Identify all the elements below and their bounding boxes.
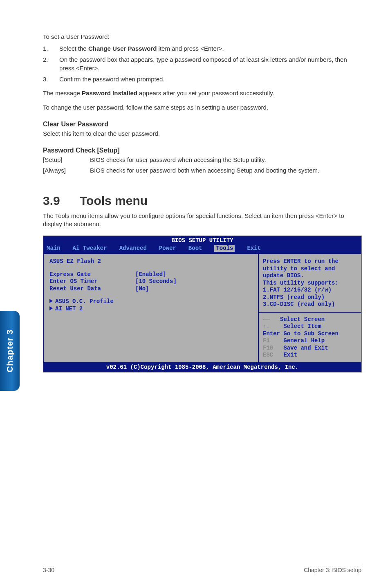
set-password-intro: To set a User Password: (43, 33, 361, 41)
bios-body: ASUS EZ Flash 2 Express Gate [Enabled] E… (43, 254, 361, 363)
list-item: 3. Confirm the password when prompted. (43, 75, 361, 83)
bios-key-hint: ↑↓ Select Item (263, 323, 357, 330)
definition-term: [Always] (43, 166, 90, 175)
definition-desc: BIOS checks for user password both when … (90, 166, 361, 175)
bios-tab-ai-tweaker[interactable]: Ai Tweaker (73, 245, 107, 252)
set-password-steps: 1. Select the Change User Password item … (43, 44, 361, 83)
bios-tab-boot[interactable]: Boot (188, 245, 202, 252)
page-footer: 3-30 Chapter 3: BIOS setup (43, 564, 361, 573)
bios-item-label: Express Gate (49, 271, 135, 278)
bios-item-value: [10 Seconds] (135, 278, 177, 285)
list-text: On the password box that appears, type a… (59, 55, 361, 72)
bios-item-value: [Enabled] (135, 271, 166, 278)
bios-item-label: Enter OS Timer (49, 278, 135, 285)
password-installed-msg: The message Password Installed appears a… (43, 89, 361, 97)
bios-key-hint: Enter Go to Sub Screen (263, 330, 357, 338)
clear-password-heading: Clear User Password (43, 121, 361, 128)
bios-key-hint: ←→ Select Screen (263, 316, 357, 323)
bios-side-panel: Press ENTER to run the utility to select… (258, 254, 361, 363)
list-number: 2. (43, 55, 59, 72)
bios-help-line: utility to select and (263, 265, 357, 273)
bios-item-reset-user-data[interactable]: Reset User Data [No] (49, 285, 252, 293)
bios-main-panel: ASUS EZ Flash 2 Express Gate [Enabled] E… (43, 254, 258, 363)
triangle-icon (49, 306, 53, 310)
bios-sub-asus-oc-profile[interactable]: ASUS O.C. Profile (49, 298, 252, 305)
list-number: 1. (43, 44, 59, 53)
bios-tab-exit[interactable]: Exit (247, 245, 261, 252)
definition-term: [Setup] (43, 156, 90, 164)
clear-password-text: Select this item to clear the user passw… (43, 130, 361, 138)
bios-tab-tools[interactable]: Tools (214, 245, 235, 252)
tools-description: The Tools menu items allow you to config… (43, 212, 361, 229)
bios-item-enter-os-timer[interactable]: Enter OS Timer [10 Seconds] (49, 278, 252, 285)
change-password-note: To change the user password, follow the … (43, 103, 361, 112)
bios-item-label: Reset User Data (49, 285, 135, 293)
bios-key-hint: ESC Exit (263, 352, 357, 359)
bios-help-line: update BIOS. (263, 272, 357, 280)
definition-row: [Always] BIOS checks for user password b… (43, 166, 361, 175)
chapter-side-tab: Chapter 3 (0, 311, 20, 391)
bios-item-value: [No] (135, 285, 149, 293)
section-title: Tools menu (80, 194, 148, 208)
bios-key-hint: F1 General Help (263, 337, 357, 345)
bios-setup-screenshot: BIOS SETUP UTILITY Main Ai Tweaker Advan… (43, 236, 362, 373)
bios-item-ez-flash[interactable]: ASUS EZ Flash 2 (49, 258, 252, 265)
bios-sub-label: AI NET 2 (55, 305, 83, 312)
page-content: To set a User Password: 1. Select the Ch… (0, 0, 390, 389)
bios-header: BIOS SETUP UTILITY Main Ai Tweaker Advan… (43, 236, 361, 254)
triangle-icon (49, 299, 53, 303)
bios-help-line: This utility supports: (263, 280, 357, 287)
footer-chapter-label: Chapter 3: BIOS setup (304, 567, 361, 573)
section-heading-row: 3.9 Tools menu (43, 194, 361, 208)
bios-key-hint: F10 Save and Exit (263, 345, 357, 352)
bios-title: BIOS SETUP UTILITY (43, 237, 361, 245)
list-item: 1. Select the Change User Password item … (43, 44, 361, 53)
list-number: 3. (43, 75, 59, 83)
definition-desc: BIOS checks for user password when acces… (90, 156, 361, 164)
chapter-side-tab-label: Chapter 3 (5, 329, 15, 373)
list-item: 2. On the password box that appears, typ… (43, 55, 361, 72)
password-check-heading: Password Check [Setup] (43, 147, 361, 154)
page-number: 3-30 (43, 567, 54, 573)
bios-sub-ai-net-2[interactable]: AI NET 2 (49, 305, 252, 313)
bios-tab-main[interactable]: Main (47, 245, 61, 252)
section-number: 3.9 (43, 194, 80, 208)
bios-help-panel: Press ENTER to run the utility to select… (259, 254, 361, 312)
bios-keys-panel: ←→ Select Screen ↑↓ Select Item Enter Go… (259, 312, 361, 362)
bios-sub-label: ASUS O.C. Profile (55, 298, 114, 305)
bios-copyright-footer: v02.61 (C)Copyright 1985-2008, American … (43, 363, 361, 373)
bios-help-line: 1.FAT 12/16/32 (r/w) (263, 287, 357, 294)
bios-help-line: 3.CD-DISC (read only) (263, 301, 357, 308)
bios-tab-power[interactable]: Power (159, 245, 176, 252)
bios-tab-advanced[interactable]: Advanced (119, 245, 147, 252)
bios-help-line: Press ENTER to run the (263, 258, 357, 265)
list-text: Select the Change User Password item and… (59, 44, 224, 53)
bios-item-express-gate[interactable]: Express Gate [Enabled] (49, 271, 252, 278)
definition-row: [Setup] BIOS checks for user password wh… (43, 156, 361, 164)
bios-help-line: 2.NTFS (read only) (263, 294, 357, 301)
list-text: Confirm the password when prompted. (59, 75, 165, 83)
bios-tab-row: Main Ai Tweaker Advanced Power Boot Tool… (43, 245, 361, 254)
